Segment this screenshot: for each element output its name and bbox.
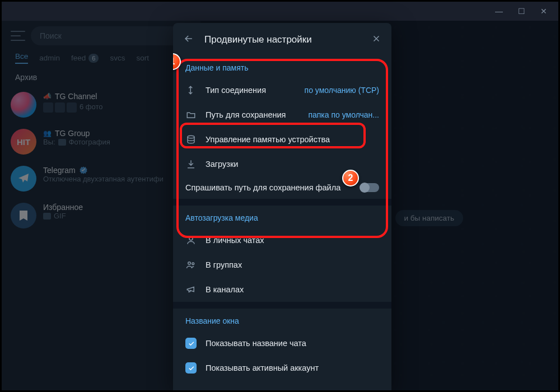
window-titlebar: — ☐ ✕ bbox=[2, 2, 558, 21]
chat-row[interactable]: Telegram13 Отключена двухэтапная аутенти… bbox=[2, 160, 200, 197]
row-private-chats[interactable]: В личных чатах bbox=[173, 228, 391, 253]
folder-tab-all[interactable]: Все bbox=[15, 52, 28, 64]
connection-icon bbox=[185, 85, 197, 96]
settings-panel: Продвинутые настройки Данные и память Ти… bbox=[173, 23, 391, 390]
maximize-button[interactable]: ☐ bbox=[516, 7, 527, 16]
chat-row[interactable]: HIT 👥TG Group Вы:Фотография bbox=[2, 123, 200, 160]
row-groups[interactable]: В группах bbox=[173, 253, 391, 277]
folder-icon bbox=[185, 109, 197, 120]
download-icon bbox=[185, 158, 197, 170]
section-title-autoload: Автозагрузка медиа bbox=[173, 206, 391, 228]
row-connection-type[interactable]: Тип соединения по умолчанию (TCP) bbox=[173, 78, 391, 102]
close-window-button[interactable]: ✕ bbox=[538, 7, 549, 16]
panel-title: Продвинутые настройки bbox=[204, 34, 361, 45]
row-storage-management[interactable]: Управление памятью устройства bbox=[173, 127, 391, 152]
row-download-path[interactable]: Путь для сохранения папка по умолчан... bbox=[173, 102, 391, 127]
minimize-button[interactable]: — bbox=[493, 7, 505, 16]
row-channels[interactable]: В каналах bbox=[173, 277, 391, 302]
row-value: папка по умолчан... bbox=[308, 110, 379, 119]
folder-tab-sort[interactable]: sort bbox=[136, 54, 149, 62]
thumb-icon bbox=[43, 213, 51, 220]
chat-name: Telegram bbox=[43, 166, 76, 175]
folder-tab-admin[interactable]: admin bbox=[39, 54, 60, 62]
svg-point-0 bbox=[188, 136, 194, 138]
back-button[interactable] bbox=[183, 33, 194, 46]
archive-header[interactable]: Архив bbox=[2, 67, 200, 86]
group-icon: 👥 bbox=[43, 129, 52, 137]
section-title-data: Данные и память bbox=[173, 55, 391, 78]
search-input[interactable]: Поиск bbox=[31, 26, 192, 45]
checkbox-checked[interactable] bbox=[185, 338, 197, 349]
row-show-active-account[interactable]: Показывать активный аккаунт bbox=[173, 356, 391, 380]
group-icon bbox=[185, 259, 197, 270]
checkbox-checked[interactable] bbox=[185, 362, 197, 374]
chat-row[interactable]: 📣TG Channel 6 фото bbox=[2, 86, 200, 123]
svg-point-3 bbox=[192, 263, 194, 265]
ask-path-toggle[interactable] bbox=[360, 183, 379, 192]
verified-icon bbox=[79, 166, 88, 175]
folder-tabs: Все admin feed6 svcs sort bbox=[2, 50, 200, 67]
svg-point-2 bbox=[188, 262, 191, 265]
megaphone-icon bbox=[185, 284, 197, 295]
avatar bbox=[11, 203, 36, 228]
row-value: по умолчанию (TCP) bbox=[305, 86, 379, 95]
chat-name: Избранное bbox=[43, 203, 83, 212]
sidebar: Поиск Все admin feed6 svcs sort Архив 📣T… bbox=[2, 21, 200, 390]
channel-icon: 📣 bbox=[43, 92, 52, 100]
row-downloads[interactable]: Загрузки bbox=[173, 152, 391, 176]
chat-row[interactable]: Избранное3 GIF bbox=[2, 197, 200, 234]
svg-point-1 bbox=[189, 237, 193, 240]
callout-badge-2: 2 bbox=[342, 170, 359, 186]
avatar: HIT bbox=[11, 129, 36, 155]
row-show-chat-title[interactable]: Показывать название чата bbox=[173, 331, 391, 356]
chat-name: TG Channel bbox=[55, 92, 97, 101]
storage-icon bbox=[185, 134, 197, 145]
chat-name: TG Group bbox=[55, 129, 90, 138]
empty-hint: и бы написать bbox=[395, 210, 463, 226]
close-panel-button[interactable] bbox=[371, 34, 381, 46]
avatar bbox=[11, 92, 36, 118]
thumb-icon bbox=[58, 139, 66, 146]
folder-tab-feed[interactable]: feed6 bbox=[71, 54, 99, 63]
folder-badge: 6 bbox=[88, 54, 99, 63]
section-title-window: Название окна bbox=[173, 309, 391, 331]
chat-list: 📣TG Channel 6 фото HIT 👥TG Group Вы:Фото… bbox=[2, 86, 200, 390]
main-menu-icon[interactable] bbox=[11, 31, 25, 41]
avatar bbox=[11, 166, 36, 192]
user-icon bbox=[185, 235, 197, 246]
folder-tab-svcs[interactable]: svcs bbox=[110, 54, 125, 62]
